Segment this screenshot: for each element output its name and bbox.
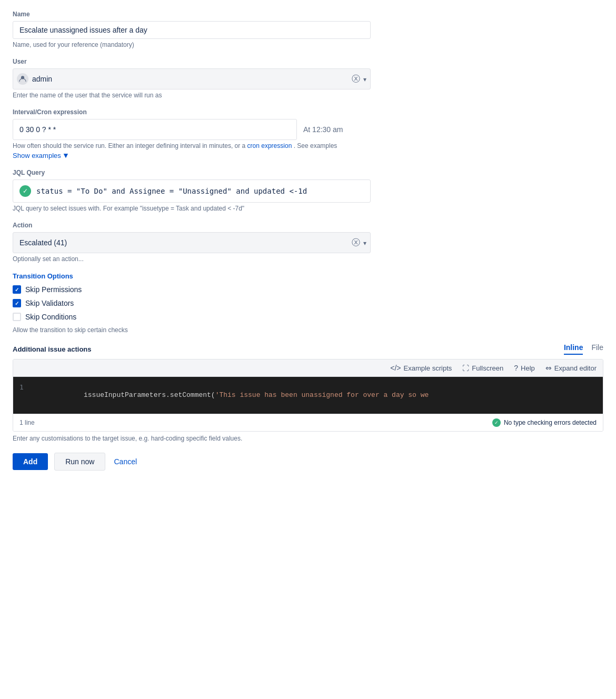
type-check-dot-icon: ✓	[492, 418, 501, 427]
action-select-wrapper: Escalated (41) ⓧ ▾	[13, 232, 371, 253]
user-helper: Enter the name of the user that the serv…	[13, 92, 603, 99]
skip-permissions-checkbox[interactable]: ✓	[13, 285, 21, 294]
checkbox-row-skip-conditions: Skip Conditions	[13, 313, 603, 321]
skip-validators-checkbox[interactable]: ✓	[13, 299, 21, 307]
code-white-part: issueInputParameters.setComment(	[84, 391, 215, 399]
expand-editor-icon: ⇔	[545, 364, 552, 372]
type-check-text: No type checking errors detected	[504, 419, 597, 426]
user-chevron-icon[interactable]: ▾	[363, 75, 366, 83]
name-field-group: Name Name, used for your reference (mand…	[13, 11, 603, 48]
code-icon: </>	[390, 364, 401, 372]
fullscreen-button[interactable]: ⛶ Fullscreen	[462, 364, 503, 372]
show-examples-button[interactable]: Show examples ⯆	[13, 152, 68, 159]
jql-wrapper: ✓ status = "To Do" and Assignee = "Unass…	[13, 179, 371, 203]
example-scripts-button[interactable]: </> Example scripts	[390, 364, 452, 372]
show-examples-chevron-icon: ⯆	[63, 153, 68, 158]
additional-header: Additional issue actions Inline File	[13, 343, 603, 355]
checkbox-row-skip-permissions: ✓ Skip Permissions	[13, 285, 603, 294]
user-clear-icon[interactable]: ⓧ	[352, 74, 360, 85]
skip-validators-label: Skip Validators	[25, 299, 74, 307]
additional-label: Additional issue actions	[13, 345, 92, 353]
cancel-button[interactable]: Cancel	[112, 453, 139, 470]
transition-helper: Allow the transition to skip certain che…	[13, 326, 603, 334]
cron-field-group: Interval/Cron expression At 12:30 am How…	[13, 108, 603, 159]
skip-conditions-checkbox[interactable]	[13, 313, 21, 321]
transition-options-label: Transition Options	[13, 272, 603, 280]
cron-row: At 12:30 am	[13, 119, 603, 140]
cron-expression-link[interactable]: cron expression	[247, 142, 292, 149]
name-input-wrapper	[13, 21, 371, 39]
expand-editor-button[interactable]: ⇔ Expand editor	[545, 364, 597, 372]
action-helper: Optionally set an action...	[13, 255, 603, 263]
fullscreen-icon: ⛶	[462, 364, 469, 372]
name-helper: Name, used for your reference (mandatory…	[13, 41, 603, 48]
action-field-group: Action Escalated (41) ⓧ ▾ Optionally set…	[13, 222, 603, 263]
action-buttons: Add Run now Cancel	[13, 453, 603, 471]
action-label: Action	[13, 222, 603, 229]
cron-helper: How often should the service run. Either…	[13, 142, 603, 149]
user-select-wrapper: admin ⓧ ▾	[13, 68, 371, 89]
code-toolbar: </> Example scripts ⛶ Fullscreen ? Help …	[13, 360, 603, 377]
jql-label: JQL Query	[13, 169, 603, 176]
skip-validators-check-icon: ✓	[15, 301, 19, 306]
transition-options-group: Transition Options ✓ Skip Permissions ✓ …	[13, 272, 603, 334]
action-select-value: Escalated (41)	[19, 238, 67, 247]
action-select[interactable]: Escalated (41)	[13, 232, 371, 253]
cron-label: Interval/Cron expression	[13, 108, 603, 116]
add-button[interactable]: Add	[13, 453, 48, 470]
skip-permissions-check-icon: ✓	[15, 287, 19, 293]
code-footer: 1 line ✓ No type checking errors detecte…	[13, 414, 603, 431]
help-label: Help	[521, 364, 535, 372]
name-label: Name	[13, 11, 603, 18]
help-icon: ?	[514, 364, 518, 372]
code-content-1: issueInputParameters.setComment('This is…	[43, 383, 429, 407]
skip-permissions-label: Skip Permissions	[25, 285, 82, 294]
user-avatar-icon	[17, 73, 28, 85]
skip-conditions-label: Skip Conditions	[25, 313, 76, 321]
lines-info: 1 line	[19, 419, 35, 426]
code-line-1: 1 issueInputParameters.setComment('This …	[13, 383, 603, 407]
example-scripts-label: Example scripts	[404, 364, 452, 372]
action-clear-icon[interactable]: ⓧ	[352, 237, 360, 248]
cron-helper-prefix: How often should the service run. Either…	[13, 142, 245, 149]
action-chevron-icon[interactable]: ▾	[363, 239, 366, 246]
action-select-icons: ⓧ ▾	[352, 237, 366, 248]
run-now-button[interactable]: Run now	[54, 453, 105, 471]
user-select-icons: ⓧ ▾	[352, 74, 366, 85]
expand-editor-label: Expand editor	[554, 364, 597, 372]
code-editor-container: </> Example scripts ⛶ Fullscreen ? Help …	[13, 359, 603, 432]
code-area[interactable]: 1 issueInputParameters.setComment('This …	[13, 377, 603, 414]
additional-helper: Enter any customisations to the target i…	[13, 435, 603, 442]
additional-issue-actions-section: Additional issue actions Inline File </>…	[13, 343, 603, 442]
jql-field-group: JQL Query ✓ status = "To Do" and Assigne…	[13, 169, 603, 212]
user-select[interactable]: admin	[13, 68, 371, 89]
line-number-1: 1	[19, 383, 36, 391]
user-label: User	[13, 58, 603, 65]
tab-inline[interactable]: Inline	[564, 343, 583, 355]
help-button[interactable]: ? Help	[514, 364, 535, 372]
cron-helper-suffix: . See examples	[294, 142, 337, 149]
jql-helper: JQL query to select issues with. For exa…	[13, 205, 603, 212]
show-examples-label: Show examples	[13, 152, 61, 159]
checkbox-row-skip-validators: ✓ Skip Validators	[13, 299, 603, 307]
code-orange-part: 'This issue has been unassigned for over…	[215, 391, 429, 399]
type-check-status: ✓ No type checking errors detected	[492, 418, 597, 427]
name-input[interactable]	[13, 21, 371, 39]
tab-group: Inline File	[564, 343, 603, 355]
cron-input[interactable]	[13, 119, 297, 140]
jql-valid-icon: ✓	[19, 185, 31, 197]
tab-file[interactable]: File	[591, 343, 603, 355]
jql-value[interactable]: status = "To Do" and Assignee = "Unassig…	[36, 187, 307, 195]
user-field-group: User admin ⓧ ▾ Enter the name of the use…	[13, 58, 603, 99]
fullscreen-label: Fullscreen	[472, 364, 503, 372]
cron-time-display: At 12:30 am	[303, 125, 343, 134]
user-select-value: admin	[32, 75, 52, 83]
